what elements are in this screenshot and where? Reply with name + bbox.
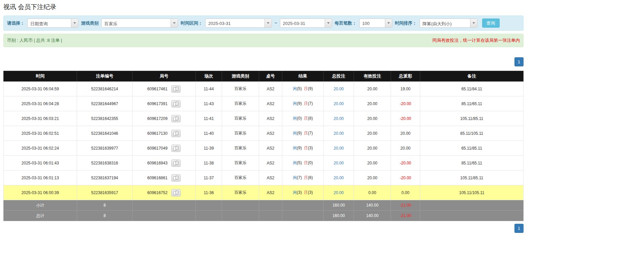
banker-result-label: 庄 [304,146,308,150]
table-row: 2025-03-31 06:02:51 522381641046 6096171… [4,126,524,141]
view-cards-button[interactable] [171,159,181,167]
banker-result-score: (7) [308,101,313,106]
view-cards-button[interactable] [171,115,181,122]
table-footer: 小计8160.00140.00-21.00总计8160.00140.00-21.… [4,200,524,221]
cell-valid-bet: 20.00 [354,141,391,156]
view-cards-button[interactable] [171,85,181,93]
column-header: 有效投注 [354,71,391,82]
summary-row-cell [133,211,196,221]
cell-result: 闲(9)庄(7) [282,126,324,141]
cell-session: 11-40 [196,126,222,141]
cell-table: AS2 [259,126,282,141]
chevron-down-icon[interactable] [325,19,332,27]
view-cards-button[interactable] [171,145,181,152]
cell-time: 2025-03-31 06:03:21 [4,111,77,126]
chevron-down-icon[interactable] [385,19,392,27]
page-number-button[interactable]: 1 [514,57,524,66]
search-button[interactable]: 查询 [482,19,500,28]
round-id-text: 609617209 [147,116,168,121]
cell-table: AS2 [259,156,282,171]
cell-table: AS2 [259,96,282,111]
summary-row-cell [420,211,524,221]
view-cards-button[interactable] [171,189,181,196]
cell-payout: -20.00 [391,111,420,126]
total-bet-link[interactable]: 20.00 [333,87,344,91]
page-number-button[interactable]: 1 [514,224,524,233]
cell-table: AS2 [259,82,282,96]
summary-row-cell [282,200,324,211]
summary-row-cell [282,211,324,221]
column-header: 总投注 [324,71,354,82]
cell-game: 百家乐 [222,141,259,156]
total-bet-link[interactable]: 20.00 [333,116,344,121]
cell-payout: 19.00 [391,82,420,96]
banker-result-label: 庄 [304,101,308,106]
cell-total-bet: 20.00 [324,171,354,185]
column-header: 总派彩 [391,71,420,82]
cell-note: 65.11/84.11 [420,82,524,96]
cell-game: 百家乐 [222,156,259,171]
chevron-down-icon[interactable] [264,19,272,27]
column-header: 时间 [4,71,77,82]
summary-row-cell: 140.00 [354,200,391,211]
page-container: 视讯 会员下注纪录 请选择： 日期查询 游戏类别 百家乐 时间区间： 2025-… [0,0,527,235]
filter-bar: 请选择： 日期查询 游戏类别 百家乐 时间区间： 2025-03-31 ~ 20… [3,16,524,31]
view-cards-button[interactable] [171,100,181,108]
cell-time: 2025-03-31 06:01:13 [4,171,77,185]
summary-row: 小计8160.00140.00-21.00 [4,200,524,211]
cell-game: 百家乐 [222,126,259,141]
cell-result: 闲(5)庄(9) [282,82,324,96]
game-type-select[interactable]: 百家乐 [101,19,178,28]
cell-payout: 20.00 [391,141,420,156]
cell-bet-id: 522381641046 [77,126,133,141]
bets-table: 时间注单编号局号场次游戏类别桌号结果总投注有效投注总派彩备注 2025-03-3… [3,71,524,221]
cell-note: 65.11/85.11 [420,141,524,156]
total-bet-link[interactable]: 20.00 [333,101,344,106]
cell-valid-bet: 0.00 [354,185,391,200]
view-cards-button[interactable] [171,130,181,137]
summary-row-cell [196,200,222,211]
game-type-value: 百家乐 [102,19,171,27]
player-result-label: 闲 [293,160,297,165]
cell-note: 85.11/105.11 [420,126,524,141]
round-id-text: 609617391 [147,101,168,106]
player-result-label: 闲 [293,190,297,195]
banker-result-score: (9) [308,86,313,91]
summary-row-cell [259,200,282,211]
table-row: 2025-03-31 06:01:43 522381638316 6096169… [4,156,524,171]
table-row: 2025-03-31 06:02:24 522381639977 6096170… [4,141,524,156]
page-size-label: 每页笔数： [335,20,357,26]
time-range-label: 时间区间： [181,20,203,26]
chevron-down-icon[interactable] [71,19,78,27]
cell-session: 11-41 [196,111,222,126]
chevron-down-icon[interactable] [470,19,477,27]
column-header: 结果 [282,71,324,82]
cell-table: AS2 [259,171,282,185]
page-size-select[interactable]: 100 [359,19,392,28]
cell-result: 闲(0)庄(8) [282,111,324,126]
total-bet-link[interactable]: 20.00 [333,176,344,180]
sort-select[interactable]: 降冪(由大到小) [420,19,477,28]
cell-note: 105.11/105.11 [420,185,524,200]
cell-total-bet: 20.00 [324,126,354,141]
view-cards-button[interactable] [171,174,181,182]
total-bet-link[interactable]: 20.00 [333,161,344,165]
date-to-select[interactable]: 2025-03-31 [280,19,332,28]
query-type-select[interactable]: 日期查询 [27,19,78,28]
date-from-select[interactable]: 2025-03-31 [205,19,272,28]
player-result-score: (9) [297,131,302,135]
player-result-score: (7) [297,175,302,180]
cell-total-bet: 20.00 [324,156,354,171]
cell-total-bet: 20.00 [324,96,354,111]
date-to-value: 2025-03-31 [280,19,325,27]
column-header: 桌号 [259,71,282,82]
cell-time: 2025-03-31 06:02:51 [4,126,77,141]
chevron-down-icon[interactable] [171,19,178,27]
cell-valid-bet: 20.00 [354,156,391,171]
total-bet-link[interactable]: 20.00 [333,190,344,195]
player-result-score: (3) [297,190,302,195]
cell-total-bet: 20.00 [324,111,354,126]
banker-result-label: 庄 [304,116,308,121]
total-bet-link[interactable]: 20.00 [333,146,344,151]
total-bet-link[interactable]: 20.00 [333,131,344,136]
